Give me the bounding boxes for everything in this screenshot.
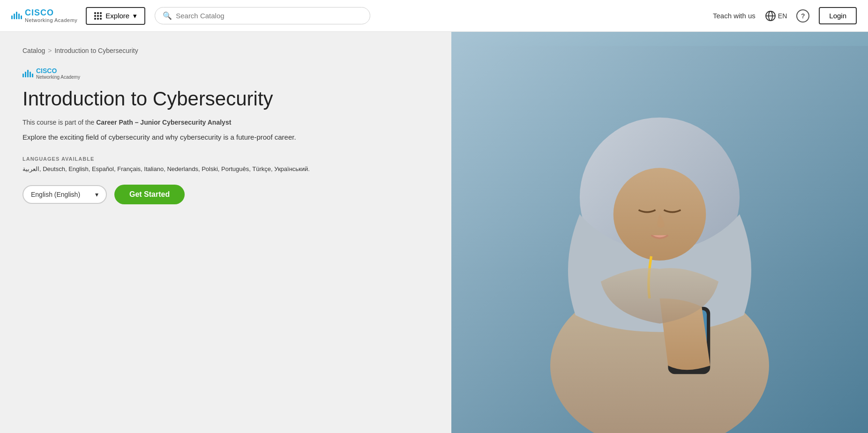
logo-text: CISCO Networking Academy xyxy=(25,8,77,23)
course-info-panel: Catalog > Introduction to Cybersecurity … xyxy=(0,32,451,433)
language-button[interactable]: EN xyxy=(765,10,787,22)
course-logo: CISCO Networking Academy xyxy=(22,67,429,80)
logo-cisco: CISCO xyxy=(25,8,77,18)
language-dropdown[interactable]: English (English) ▾ xyxy=(22,185,107,204)
get-started-button[interactable]: Get Started xyxy=(114,185,185,204)
explore-label: Explore xyxy=(105,12,129,20)
languages-label: LANGUAGES AVAILABLE xyxy=(22,156,429,162)
logo: CISCO Networking Academy xyxy=(11,8,77,23)
search-icon: 🔍 xyxy=(163,11,172,20)
career-path-name: Career Path – Junior Cybersecurity Analy… xyxy=(96,119,231,126)
hero-section: Catalog > Introduction to Cybersecurity … xyxy=(0,32,868,433)
search-bar: 🔍 xyxy=(155,7,370,24)
breadcrumb: Catalog > Introduction to Cybersecurity xyxy=(22,47,429,54)
explore-button[interactable]: Explore ▾ xyxy=(86,7,145,25)
breadcrumb-current: Introduction to Cybersecurity xyxy=(54,47,138,54)
breadcrumb-separator: > xyxy=(48,47,52,54)
help-button[interactable]: ? xyxy=(796,9,809,22)
course-title: Introduction to Cybersecurity xyxy=(22,87,429,111)
search-input[interactable] xyxy=(176,12,362,20)
career-path-text: This course is part of the Career Path –… xyxy=(22,119,429,126)
dropdown-chevron-icon: ▾ xyxy=(95,191,98,198)
language-dropdown-label: English (English) xyxy=(31,191,80,198)
course-logo-academy: Networking Academy xyxy=(36,75,80,80)
navbar-right: Teach with us EN ? Login xyxy=(713,7,857,24)
login-button[interactable]: Login xyxy=(819,7,857,24)
breadcrumb-catalog-link[interactable]: Catalog xyxy=(22,47,45,54)
languages-list: العربية, Deutsch, English, Español, Fran… xyxy=(22,164,429,174)
career-path-prefix: This course is part of the xyxy=(22,119,96,126)
cisco-bars-course xyxy=(22,70,33,77)
logo-academy: Networking Academy xyxy=(25,17,77,23)
course-logo-cisco: CISCO xyxy=(36,67,80,75)
lang-code: EN xyxy=(778,12,787,20)
globe-icon xyxy=(765,10,776,22)
cisco-bars-logo xyxy=(11,12,22,19)
course-logo-text: CISCO Networking Academy xyxy=(36,67,80,80)
course-description: Explore the exciting field of cybersecur… xyxy=(22,132,429,143)
hero-image xyxy=(451,32,868,433)
chevron-down-icon: ▾ xyxy=(133,12,137,20)
action-row: English (English) ▾ Get Started xyxy=(22,185,429,204)
teach-with-us-link[interactable]: Teach with us xyxy=(713,12,756,20)
grid-icon xyxy=(94,12,102,20)
person-illustration xyxy=(451,46,868,433)
navbar: CISCO Networking Academy Explore ▾ 🔍 Tea… xyxy=(0,0,868,32)
hero-background xyxy=(451,32,868,433)
